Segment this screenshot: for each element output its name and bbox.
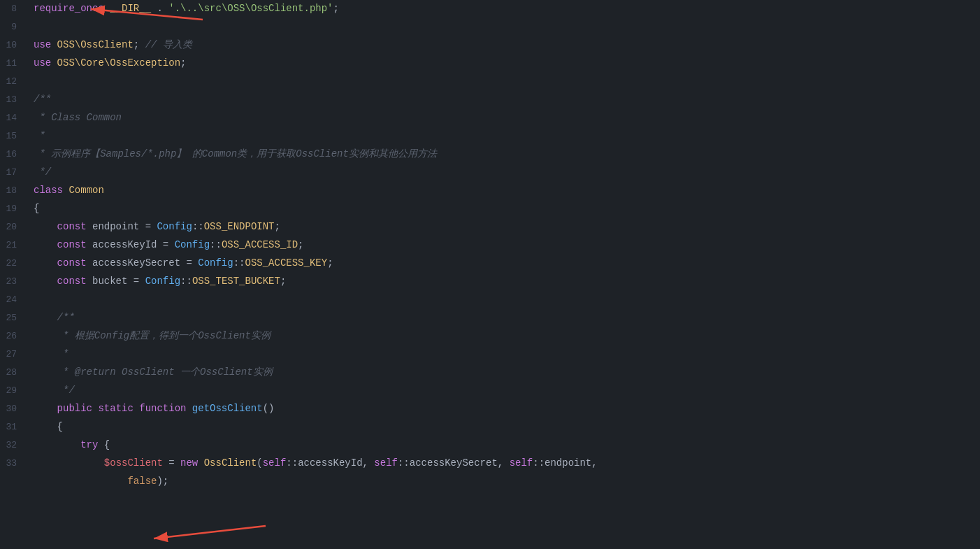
- line-number: 29: [0, 384, 28, 399]
- line-content: $ossClient = new OssClient(self::accessK…: [28, 455, 980, 471]
- line-number: 23: [0, 275, 28, 290]
- code-editor: 8require_once __DIR__ . '.\..\src\OSS\Os…: [0, 0, 980, 549]
- line-number: 19: [0, 202, 28, 217]
- line-number: 16: [0, 148, 28, 162]
- code-line: 19{: [0, 200, 980, 218]
- code-line: 26 * 根据Config配置，得到一个OssClient实例: [0, 327, 980, 345]
- code-line: 13/**: [0, 91, 980, 109]
- line-content: * @return OssClient 一个OssClient实例: [28, 364, 980, 380]
- line-content: [28, 73, 980, 89]
- code-line: 16 * 示例程序【Samples/*.php】 的Common类，用于获取Os…: [0, 145, 980, 164]
- code-line: 9: [0, 18, 980, 36]
- code-line: 21 const accessKeyId = Config::OSS_ACCES…: [0, 236, 980, 255]
- line-content: * Class Common: [28, 110, 980, 125]
- line-number: 28: [0, 366, 28, 380]
- line-number: 30: [0, 402, 28, 417]
- line-content: false);: [28, 473, 980, 489]
- line-content: const bucket = Config::OSS_TEST_BUCKET;: [28, 273, 980, 289]
- arrow2: [154, 526, 266, 539]
- code-line: 28 * @return OssClient 一个OssClient实例: [0, 364, 980, 382]
- line-content: {: [28, 201, 980, 216]
- line-content: class Common: [28, 183, 980, 198]
- code-line: 32 try {: [0, 436, 980, 455]
- line-content: * 根据Config配置，得到一个OssClient实例: [28, 328, 980, 343]
- line-number: 8: [0, 2, 28, 17]
- line-number: 17: [0, 166, 28, 180]
- line-content: const endpoint = Config::OSS_ENDPOINT;: [28, 219, 980, 234]
- code-line: 12: [0, 73, 980, 91]
- line-number: 15: [0, 129, 28, 144]
- code-line: 25 /**: [0, 309, 980, 327]
- line-number: 12: [0, 75, 28, 90]
- line-content: const accessKeySecret = Config::OSS_ACCE…: [28, 255, 980, 271]
- line-content: * 示例程序【Samples/*.php】 的Common类，用于获取OssCl…: [28, 146, 980, 162]
- line-content: require_once __DIR__ . '.\..\src\OSS\Oss…: [28, 1, 980, 16]
- line-content: public static function getOssClient(): [28, 401, 980, 416]
- code-line: 15 *: [0, 127, 980, 145]
- line-content: try {: [28, 437, 980, 452]
- line-number: 14: [0, 111, 28, 126]
- line-number: 21: [0, 238, 28, 253]
- code-line: 8require_once __DIR__ . '.\..\src\OSS\Os…: [0, 0, 980, 18]
- code-line: 23 const bucket = Config::OSS_TEST_BUCKE…: [0, 273, 980, 291]
- line-content: *: [28, 346, 980, 362]
- code-line: 10use OSS\OssClient; // 导入类: [0, 36, 980, 55]
- line-number: 26: [0, 329, 28, 344]
- code-line: 27 *: [0, 345, 980, 364]
- code-line: 17 */: [0, 164, 980, 182]
- line-number: 9: [0, 20, 28, 35]
- line-number: 20: [0, 220, 28, 235]
- code-line: 22 const accessKeySecret = Config::OSS_A…: [0, 255, 980, 273]
- line-content: */: [28, 383, 980, 398]
- line-number: 31: [0, 420, 28, 435]
- line-content: *: [28, 128, 980, 143]
- code-line: false);: [0, 473, 980, 491]
- code-line: 30 public static function getOssClient(): [0, 400, 980, 418]
- line-content: */: [28, 164, 980, 180]
- code-line: 18class Common: [0, 182, 980, 200]
- code-line: 11use OSS\Core\OssException;: [0, 55, 980, 73]
- code-line: 20 const endpoint = Config::OSS_ENDPOINT…: [0, 218, 980, 236]
- line-number: 27: [0, 348, 28, 362]
- line-content: use OSS\Core\OssException;: [28, 55, 980, 71]
- line-content: [28, 19, 980, 34]
- line-number: 10: [0, 38, 28, 53]
- line-number: 32: [0, 439, 28, 453]
- line-content: [28, 292, 980, 307]
- code-line: 33 $ossClient = new OssClient(self::acce…: [0, 455, 980, 473]
- code-line: 14 * Class Common: [0, 109, 980, 127]
- line-number: 11: [0, 57, 28, 71]
- line-number: 25: [0, 311, 28, 326]
- code-line: 24: [0, 291, 980, 309]
- line-number: 18: [0, 184, 28, 199]
- line-number: 33: [0, 457, 28, 471]
- line-content: {: [28, 419, 980, 434]
- line-number: 24: [0, 293, 28, 308]
- code-line: 31 {: [0, 418, 980, 436]
- line-content: const accessKeyId = Config::OSS_ACCESS_I…: [28, 237, 980, 252]
- line-content: /**: [28, 92, 980, 107]
- code-line: 29 */: [0, 382, 980, 400]
- line-number: 22: [0, 257, 28, 271]
- line-content: /**: [28, 310, 980, 325]
- line-content: use OSS\OssClient; // 导入类: [28, 37, 980, 52]
- line-number: 13: [0, 93, 28, 108]
